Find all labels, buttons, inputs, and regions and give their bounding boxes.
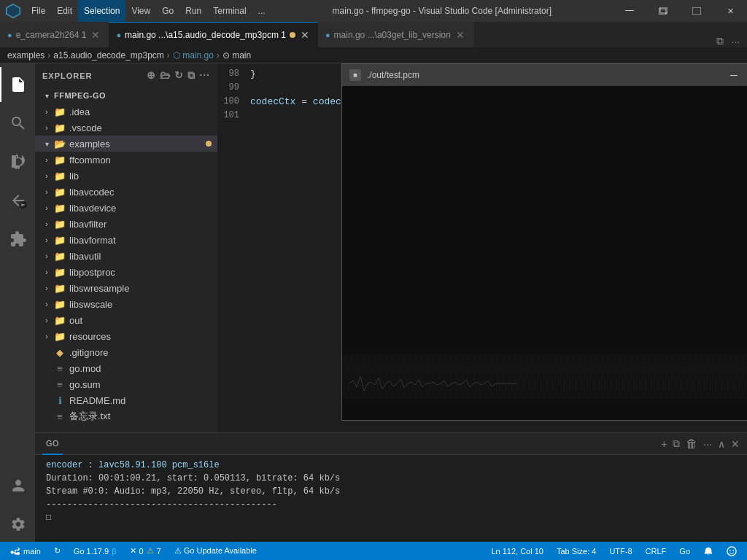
- tree-item-out[interactable]: › 📁 out: [35, 312, 217, 328]
- expand-arrow: ›: [42, 204, 51, 212]
- panel-up-icon[interactable]: ∧: [718, 438, 725, 450]
- sync-status[interactable]: ↻: [51, 542, 63, 560]
- split-terminal-icon[interactable]: ⧉: [673, 438, 680, 450]
- tree-item-libpostproc[interactable]: › 📁 libpostproc: [35, 264, 217, 280]
- tree-item-libavfilter[interactable]: › 📁 libavfilter: [35, 216, 217, 232]
- tab-label: e_camera2h264 1: [16, 30, 87, 40]
- tree-item-label: examples: [69, 139, 110, 149]
- ln-col-status[interactable]: Ln 112, Col 10: [488, 542, 546, 560]
- go-update-status[interactable]: ⚠ Go Update Available: [171, 542, 260, 560]
- more-tabs-button[interactable]: ···: [727, 36, 743, 47]
- add-terminal-icon[interactable]: +: [661, 438, 667, 450]
- tree-item-libswscale[interactable]: › 📁 libswscale: [35, 296, 217, 312]
- folder-icon: 📁: [54, 331, 66, 342]
- tree-item-label: lib: [69, 171, 79, 182]
- go-file-icon: ●: [7, 31, 12, 39]
- expand-arrow: ›: [42, 268, 51, 276]
- breadcrumb-part[interactable]: a15.audio_decode_mp3pcm: [53, 50, 163, 61]
- tab-size-status[interactable]: Tab Size: 4: [554, 542, 599, 560]
- tree-item-label: out: [69, 315, 82, 326]
- collapse-all-icon[interactable]: ⧉: [187, 69, 196, 82]
- tab-camera2h264[interactable]: ● e_camera2h264 1 ✕: [0, 22, 109, 47]
- kill-terminal-icon[interactable]: 🗑: [686, 438, 697, 451]
- tab-get-lib-version[interactable]: ● main.go ...\a03get_lib_version ✕: [318, 22, 473, 47]
- tree-item-examples[interactable]: ▾ 📂 examples: [35, 136, 217, 152]
- expand-arrow: ›: [42, 252, 51, 260]
- panel-close-icon[interactable]: ✕: [731, 438, 740, 450]
- language-status[interactable]: Go: [676, 542, 693, 560]
- popup-minimize-button[interactable]: ─: [723, 68, 745, 82]
- tab-size-label: Tab Size: 4: [557, 547, 596, 556]
- close-button[interactable]: ✕: [713, 0, 747, 22]
- svg-point-9: [732, 550, 734, 551]
- source-control-activity[interactable]: [0, 144, 35, 179]
- feedback-smiley[interactable]: [724, 542, 740, 560]
- refresh-icon[interactable]: ↻: [174, 69, 184, 82]
- tab-close-icon[interactable]: ✕: [454, 30, 466, 40]
- breadcrumb-part[interactable]: ⬡ main.go: [173, 50, 214, 61]
- tree-item-ffcommon[interactable]: › 📁 ffcommon: [35, 152, 217, 168]
- extensions-activity[interactable]: [0, 222, 35, 257]
- branch-status[interactable]: main: [7, 542, 44, 560]
- minimize-button[interactable]: [613, 0, 646, 22]
- tree-item-libswresample[interactable]: › 📁 libswresample: [35, 280, 217, 296]
- terminal-content[interactable]: encoder : lavc58.91.100 pcm_s16le Durati…: [35, 455, 747, 542]
- breadcrumb-part[interactable]: examples: [7, 50, 44, 61]
- tree-root-ffmpeg-go[interactable]: ▾ FFMPEG-GO: [35, 88, 217, 104]
- menu-run[interactable]: Run: [179, 0, 207, 22]
- tree-item-gosum[interactable]: ≡ go.sum: [35, 376, 217, 392]
- menu-selection[interactable]: Selection: [78, 0, 125, 22]
- tab-audio-decode[interactable]: ● main.go ...\a15.audio_decode_mp3pcm 1 …: [109, 22, 317, 47]
- more-actions-icon[interactable]: ···: [199, 69, 210, 82]
- line-ending-status[interactable]: CRLF: [643, 542, 670, 560]
- tab-close-icon[interactable]: ✕: [299, 30, 311, 40]
- new-file-icon[interactable]: ⊕: [147, 69, 156, 82]
- folder-icon: 📁: [54, 155, 66, 166]
- tree-item-label: libswresample: [69, 283, 129, 294]
- tree-item-lib[interactable]: › 📁 lib: [35, 168, 217, 184]
- folder-icon: 📁: [54, 203, 66, 214]
- tree-item-gomod[interactable]: ≡ go.mod: [35, 360, 217, 376]
- explorer-activity[interactable]: [0, 67, 35, 102]
- go-version-status[interactable]: Go 1.17.9 β: [71, 542, 120, 560]
- settings-activity[interactable]: [0, 507, 35, 542]
- tab-go-terminal[interactable]: GO: [42, 433, 63, 455]
- breadcrumb-sep: ›: [47, 50, 50, 61]
- tab-label: main.go ...\a15.audio_decode_mp3pcm 1: [125, 30, 286, 40]
- run-activity[interactable]: [0, 183, 35, 218]
- popup-display: [342, 86, 747, 420]
- tree-item-resources[interactable]: › 📁 resources: [35, 328, 217, 344]
- tab-close-icon[interactable]: ✕: [90, 30, 101, 40]
- tree-item-libavdevice[interactable]: › 📁 libavdevice: [35, 200, 217, 216]
- menu-more[interactable]: ...: [252, 0, 271, 22]
- restore-button[interactable]: [646, 0, 680, 22]
- breadcrumb-sep: ›: [217, 50, 220, 61]
- terminal-line: encoder : lavc58.91.100 pcm_s16le: [46, 459, 736, 472]
- new-folder-icon[interactable]: 🗁: [160, 69, 171, 82]
- folder-open-icon: 📂: [54, 139, 66, 149]
- more-terminal-icon[interactable]: ···: [703, 438, 712, 450]
- menu-edit[interactable]: Edit: [51, 0, 78, 22]
- tree-item-libavformat[interactable]: › 📁 libavformat: [35, 232, 217, 248]
- split-editor-button[interactable]: ⧉: [713, 35, 727, 47]
- tree-item-readme[interactable]: ℹ README.md: [35, 392, 217, 408]
- tree-item-gitignore[interactable]: ◆ .gitignore: [35, 344, 217, 360]
- notifications-bell[interactable]: [700, 542, 716, 560]
- menu-terminal[interactable]: Terminal: [207, 0, 252, 22]
- search-activity[interactable]: [0, 106, 35, 141]
- account-activity[interactable]: [0, 468, 35, 503]
- tree-item-libavutil[interactable]: › 📁 libavutil: [35, 248, 217, 264]
- window-controls: ✕: [613, 0, 747, 22]
- tree-item-notes[interactable]: ≡ 备忘录.txt: [35, 408, 217, 424]
- maximize-button[interactable]: [680, 0, 713, 22]
- errors-status[interactable]: ✕ 0 ⚠ 7: [127, 542, 164, 560]
- encoding-status[interactable]: UTF-8: [606, 542, 635, 560]
- tree-item-libavcodec[interactable]: › 📁 libavcodec: [35, 184, 217, 200]
- menu-view[interactable]: View: [125, 0, 156, 22]
- tree-item-vscode[interactable]: › 📁 .vscode: [35, 120, 217, 136]
- folder-icon: 📁: [54, 299, 66, 310]
- menu-file[interactable]: File: [26, 0, 51, 22]
- menu-go[interactable]: Go: [156, 0, 179, 22]
- breadcrumb-part[interactable]: ⊙ main: [222, 50, 251, 61]
- tree-item-idea[interactable]: › 📁 .idea: [35, 104, 217, 120]
